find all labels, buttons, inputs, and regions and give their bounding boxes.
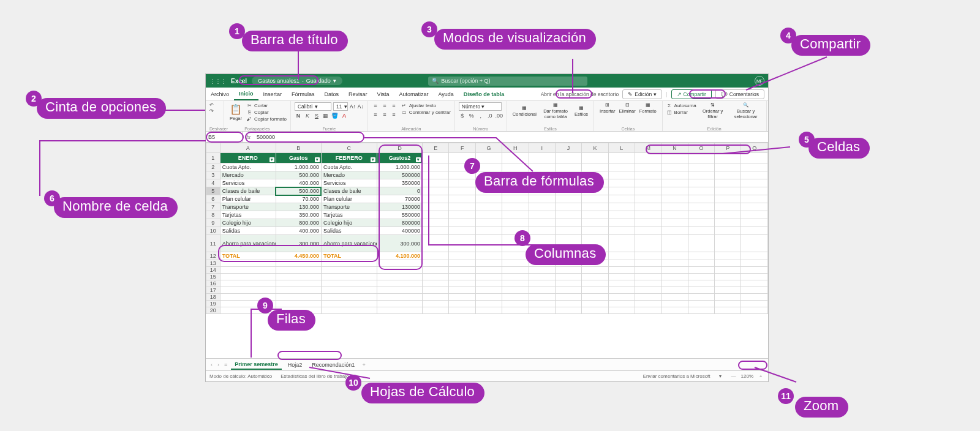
row-header-1[interactable]: 1 [206,153,221,163]
row-header-18[interactable]: 18 [206,294,221,301]
merge-button[interactable]: ▭Combinar y centrar [401,109,451,115]
cell-A8[interactable]: Tarjetas [220,211,276,219]
cell-C11[interactable]: Ahorro para vacaciones [321,235,377,252]
col-header-P[interactable]: P [715,143,741,153]
percent-icon[interactable]: % [468,112,475,119]
cell-C3[interactable]: Mercado [321,171,377,179]
comma-icon[interactable]: , [477,112,484,119]
cell-B11[interactable]: 300.000 [276,235,321,252]
undo-icon[interactable]: ↶ [209,102,220,108]
cell-C12[interactable]: TOTAL [321,252,377,260]
col-header-M[interactable]: M [635,143,661,153]
clear-button[interactable]: ◫Borrar [666,109,696,115]
delete-cells-button[interactable]: ⊟Eliminar [617,102,638,114]
col-header-F[interactable]: F [449,143,475,153]
cell-D2[interactable]: 1.000.000 [377,163,422,171]
sheet-tab-3[interactable]: Recomendación1 [308,361,358,369]
cell-B4[interactable]: 400.000 [276,179,321,187]
tab-datos[interactable]: Datos [320,89,344,100]
cell-A3[interactable]: Mercado [220,171,276,179]
sheet-tab-1[interactable]: Primer semestre [231,360,282,370]
row-header-2[interactable]: 2 [206,163,221,171]
sheet-prev-icon[interactable]: ‹ [209,362,214,368]
cell-A6[interactable]: Plan celular [220,195,276,203]
col-header-Q[interactable]: Q [741,143,768,153]
col-header-I[interactable]: I [529,143,555,153]
align-left-icon[interactable]: ≡ [372,111,379,118]
cell-A7[interactable]: Transporte [220,203,276,211]
increase-decimal-icon[interactable]: .00 [496,112,503,119]
cut-button[interactable]: ✂Cortar [246,102,287,108]
cell-A11[interactable]: Ahorro para vacaciones [220,235,276,252]
format-painter-button[interactable]: 🖌Copiar formato [246,116,287,122]
col-header-A[interactable]: A [220,143,276,153]
cell-D9[interactable]: 800000 [377,219,422,227]
col-header-D[interactable]: D [377,143,422,153]
open-desktop-link[interactable]: Abrir en la aplicación de escritorio [541,91,619,97]
italic-icon[interactable]: K [304,112,311,119]
tab-insertar[interactable]: Insertar [258,89,287,100]
fill-color-icon[interactable]: 🪣 [331,112,339,119]
add-sheet-icon[interactable]: + [361,362,366,368]
wrap-text-button[interactable]: ↵Ajustar texto [401,102,451,108]
cell-D12[interactable]: 4.100.000 [377,252,422,260]
cell-B2[interactable]: 1.000.000 [276,163,321,171]
align-right-icon[interactable]: ≡ [390,111,398,118]
format-table-button[interactable]: ▦Dar formato como tabla [538,102,573,119]
cell-D6[interactable]: 70000 [377,195,422,203]
bold-icon[interactable]: N [295,112,302,119]
cell-B6[interactable]: 70.000 [276,195,321,203]
sheet-tab-2[interactable]: Hoja2 [284,361,306,369]
row-header-4[interactable]: 4 [206,179,221,187]
tab-revisar[interactable]: Revisar [344,89,372,100]
tab-inicio[interactable]: Inicio [234,88,258,100]
cell-D3[interactable]: 500000 [377,171,422,179]
cell-C2[interactable]: Cuota Apto. [321,163,377,171]
header-enero[interactable]: ENERO▾ [220,153,276,163]
align-bot-icon[interactable]: ≡ [390,102,398,110]
col-header-N[interactable]: N [662,143,688,153]
col-header-E[interactable]: E [423,143,449,153]
redo-icon[interactable]: ↷ [209,108,220,114]
cell-D11[interactable]: 300.000 [377,235,422,252]
tab-formulas[interactable]: Fórmulas [287,89,320,100]
sheet-all-icon[interactable]: ≡ [223,362,228,368]
cell-A2[interactable]: Cuota Apto. [220,163,276,171]
zoom-in-icon[interactable]: + [757,373,764,379]
font-color-icon[interactable]: A [341,112,348,119]
app-launcher-icon[interactable]: ⋮⋮⋮ [209,78,226,84]
header-gastos[interactable]: Gastos▾ [276,153,321,163]
row-header-7[interactable]: 7 [206,203,221,211]
edit-mode-button[interactable]: ✎ Edición ▾ [622,89,662,99]
row-header-6[interactable]: 6 [206,195,221,203]
search-input[interactable]: 🔍 Buscar (opción + Q) [428,77,587,86]
align-center-icon[interactable]: ≡ [381,111,388,118]
row-header-13[interactable]: 13 [206,260,221,267]
row-header-20[interactable]: 20 [206,307,221,314]
borders-icon[interactable]: ▦ [322,112,330,119]
find-button[interactable]: 🔍Buscar y seleccionar [729,102,763,119]
cell-D5[interactable]: 0 [377,187,422,195]
insert-cells-button[interactable]: ⊞Insertar [598,102,617,114]
format-cells-button[interactable]: ▦Formato [638,102,658,114]
row-header-8[interactable]: 8 [206,211,221,219]
tab-vista[interactable]: Vista [372,89,394,100]
cell-C7[interactable]: Transporte [321,203,377,211]
row-header-16[interactable]: 16 [206,280,221,287]
align-top-icon[interactable]: ≡ [372,102,379,110]
decrease-decimal-icon[interactable]: .0 [486,112,494,119]
currency-icon[interactable]: $ [459,112,466,119]
cell-B5[interactable]: 500.000 [276,187,321,195]
share-button[interactable]: ↗ Compartir [671,89,712,99]
autosum-button[interactable]: ΣAutosuma [666,102,696,108]
zoom-out-icon[interactable]: — [730,373,737,379]
col-header-J[interactable]: J [555,143,581,153]
col-header-H[interactable]: H [502,143,529,153]
tab-automatizar[interactable]: Automatizar [394,89,433,100]
cell-A12[interactable]: TOTAL [220,252,276,260]
cell-A5[interactable]: Clases de baile [220,187,276,195]
document-title-pill[interactable]: Gastos anuales1 - Guardado ▾ [252,77,342,85]
decrease-font-icon[interactable]: A↓ [358,103,364,110]
row-header-5[interactable]: 5 [206,187,221,195]
row-header-15[interactable]: 15 [206,274,221,280]
